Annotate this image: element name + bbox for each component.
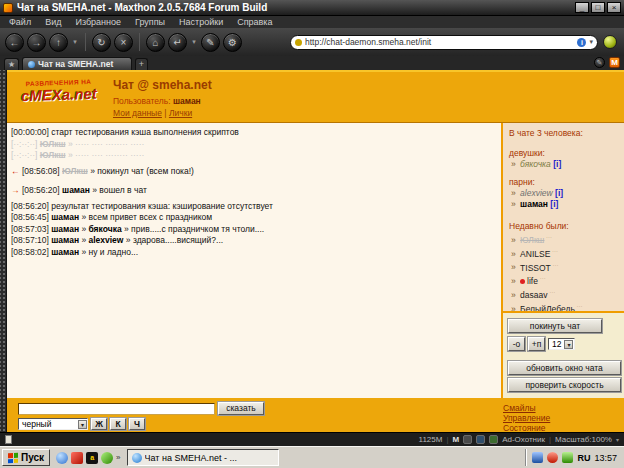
font-bigger-button[interactable]: +п bbox=[528, 337, 545, 351]
menu-item[interactable]: Группы bbox=[135, 17, 165, 27]
ad-hunter-label[interactable]: Ad-Охотник bbox=[502, 435, 545, 444]
message-nick[interactable]: ЮЛкш bbox=[62, 166, 88, 176]
minimize-button[interactable]: _ bbox=[575, 2, 589, 13]
underline-button[interactable]: Ч bbox=[129, 418, 145, 430]
proxy-icon[interactable] bbox=[463, 435, 472, 444]
message-nick[interactable]: шаман bbox=[51, 235, 79, 245]
user-name[interactable]: life bbox=[527, 276, 538, 286]
list-bullet-icon: » bbox=[511, 159, 518, 169]
message-nick[interactable]: шаман bbox=[51, 212, 79, 222]
tray-antivirus-icon[interactable] bbox=[547, 452, 558, 463]
message-nick[interactable]: ЮЛкш bbox=[40, 150, 66, 160]
refresh-chat-button[interactable]: обновить окно чата bbox=[508, 361, 621, 375]
up-button[interactable]: ↑ bbox=[49, 33, 68, 52]
menu-item[interactable]: Файл bbox=[9, 17, 31, 27]
font-smaller-button[interactable]: -о bbox=[508, 337, 525, 351]
user-name[interactable]: alexview bbox=[520, 188, 553, 198]
leave-chat-button[interactable]: покинуть чат bbox=[508, 319, 602, 333]
filter-status-icon[interactable] bbox=[489, 435, 498, 444]
list-bullet-icon: » bbox=[511, 276, 518, 286]
bold-button[interactable]: Ж bbox=[91, 418, 107, 430]
url-dropdown-icon[interactable]: ▾ bbox=[589, 38, 593, 46]
quick-launch-app-icon[interactable] bbox=[71, 452, 83, 464]
maxthon-icon[interactable]: M bbox=[609, 57, 620, 68]
url-input[interactable]: http://chat-daemon.smeha.net/init bbox=[305, 37, 574, 47]
user-name[interactable]: БелыйЛебедь bbox=[520, 304, 575, 311]
user-name[interactable]: бякочка bbox=[520, 159, 551, 169]
nick-separator: » bbox=[123, 235, 132, 245]
tray-network-icon[interactable] bbox=[532, 452, 543, 463]
download-status-icon[interactable] bbox=[476, 435, 485, 444]
start-button[interactable]: Пуск bbox=[2, 449, 50, 466]
italic-button[interactable]: К bbox=[110, 418, 126, 430]
user-name[interactable]: ЮЛкш bbox=[520, 235, 544, 245]
text-color-select[interactable]: черный ▾ bbox=[18, 418, 88, 430]
toolbar-separator bbox=[139, 33, 140, 51]
menu-item[interactable]: Настройки bbox=[179, 17, 223, 27]
go-dropdown-icon[interactable]: ▾ bbox=[190, 38, 198, 46]
zoom-caret-icon[interactable]: ▾ bbox=[616, 436, 619, 443]
message-text: всем привет всех с праздником bbox=[88, 212, 212, 222]
message-recipient[interactable]: бякочка bbox=[88, 224, 121, 234]
maximize-button[interactable]: □ bbox=[591, 2, 605, 13]
user-name[interactable]: dasaav bbox=[520, 290, 547, 300]
forward-button[interactable]: → bbox=[27, 33, 46, 52]
home-button[interactable]: ⌂ bbox=[146, 33, 165, 52]
language-indicator[interactable]: RU bbox=[577, 453, 590, 463]
tray-messenger-icon[interactable] bbox=[562, 452, 573, 463]
user-name[interactable]: TISSOT bbox=[520, 262, 551, 272]
user-info-link[interactable]: [i] bbox=[553, 188, 563, 198]
menu-item[interactable]: Избранное bbox=[75, 17, 121, 27]
check-speed-button[interactable]: проверить скорость bbox=[508, 378, 621, 392]
new-tab-button[interactable]: + bbox=[135, 58, 148, 70]
message-nick[interactable]: ЮЛкш bbox=[40, 139, 66, 149]
girls-list: » бякочка [i] bbox=[509, 159, 619, 170]
tab-chat[interactable]: Чат на SMEHA.net bbox=[22, 57, 132, 70]
my-data-link[interactable]: Мои данные bbox=[113, 108, 162, 118]
quick-launch-browser-icon[interactable] bbox=[56, 452, 68, 464]
maxthon-status-icon[interactable]: M bbox=[452, 435, 459, 444]
feather-icon[interactable]: ✎ bbox=[594, 57, 605, 68]
message-nick[interactable]: шаман bbox=[51, 247, 79, 257]
user-info-link[interactable]: [i] bbox=[551, 159, 561, 169]
quick-launch-winamp-icon[interactable]: a bbox=[86, 452, 98, 464]
font-size-select[interactable]: 12 ▾ bbox=[548, 338, 575, 350]
tools-button[interactable]: ⚙ bbox=[223, 33, 242, 52]
message-recipient[interactable]: alexview bbox=[88, 235, 123, 245]
taskbar-task-button[interactable]: Чат на SMEHA.net - ... bbox=[127, 449, 279, 466]
message-input[interactable] bbox=[18, 403, 215, 415]
stop-button[interactable]: × bbox=[114, 33, 133, 52]
go-url-button[interactable] bbox=[603, 35, 617, 49]
nick-separator: » bbox=[90, 185, 99, 195]
quick-launch-icq-icon[interactable] bbox=[101, 452, 113, 464]
back-button[interactable]: ← bbox=[5, 33, 24, 52]
menu-item[interactable]: Справка bbox=[237, 17, 272, 27]
snippet-button[interactable]: ✎ bbox=[201, 33, 220, 52]
close-button[interactable]: × bbox=[607, 2, 621, 13]
user-info-link[interactable]: [i] bbox=[548, 199, 558, 209]
message-nick[interactable]: шаман bbox=[51, 224, 79, 234]
go-button[interactable]: ↵ bbox=[168, 33, 187, 52]
private-messages-link[interactable]: Лички bbox=[169, 108, 192, 118]
toolbar: ← → ↑ ▾ ↻ × ⌂ ↵ ▾ ✎ ⚙ http://chat-daemon… bbox=[0, 28, 624, 56]
sidebar-grip[interactable] bbox=[0, 70, 7, 432]
zoom-level[interactable]: Масштаб:100% bbox=[555, 435, 612, 444]
content-area: РАЗВЛЕЧЕНИЯ НА сМЕХа.net Чат @ smeha.net… bbox=[0, 70, 624, 432]
smiles-link[interactable]: Смайлы bbox=[503, 403, 624, 413]
chat-message: [08:58:02] шаман » ну и ладно... bbox=[11, 247, 498, 258]
page-info-icon[interactable]: i bbox=[577, 38, 586, 47]
menu-item[interactable]: Вид bbox=[45, 17, 61, 27]
say-button[interactable]: сказать bbox=[218, 402, 264, 415]
address-bar[interactable]: http://chat-daemon.smeha.net/init i ▾ bbox=[290, 35, 598, 50]
user-name[interactable]: шаман bbox=[520, 199, 548, 209]
smeha-logo[interactable]: РАЗВЛЕЧЕНИЯ НА сМЕХа.net bbox=[12, 73, 105, 120]
message-nick[interactable]: шаман bbox=[62, 185, 90, 195]
manage-link[interactable]: Управление bbox=[503, 413, 624, 423]
favorites-star-icon[interactable]: ★ bbox=[4, 58, 19, 70]
quick-launch-overflow-icon[interactable]: » bbox=[116, 453, 120, 462]
taskbar-clock: 13:57 bbox=[594, 453, 617, 463]
history-dropdown-icon[interactable]: ▾ bbox=[71, 38, 79, 46]
user-visit-mark: ··· bbox=[548, 289, 556, 295]
user-name[interactable]: ANILSE bbox=[520, 249, 550, 259]
refresh-button[interactable]: ↻ bbox=[92, 33, 111, 52]
